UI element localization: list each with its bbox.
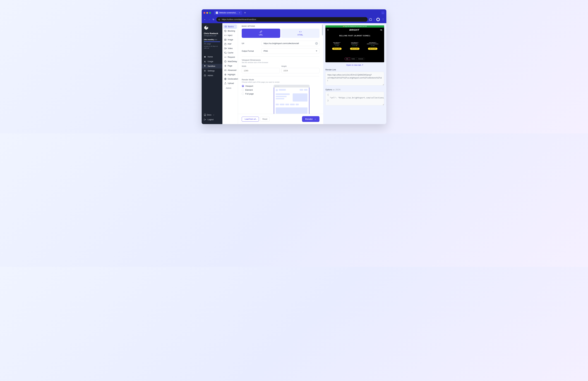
scrollbar[interactable] xyxy=(322,24,323,35)
reload-button[interactable]: ↻ xyxy=(212,18,215,21)
settings-blocking[interactable]: Blocking xyxy=(222,29,238,33)
svg-rect-1 xyxy=(204,75,206,76)
gear-icon xyxy=(204,70,206,72)
user-email: chris@urlbox.com xyxy=(204,35,220,37)
link-icon xyxy=(260,31,262,33)
screenshot-preview: 🚚 Enjoy free shipping when you spend ove… xyxy=(325,25,384,62)
browser-window: ◆ Website screenshot API | Url... × + ⌄ … xyxy=(202,9,386,124)
render-mode-desc: Choose which part of the page you want t… xyxy=(242,81,319,83)
tab-title: Website screenshot API | Url... xyxy=(219,12,238,14)
refresh-icon xyxy=(224,52,227,54)
preview-logo: BRIGHT xyxy=(349,28,359,31)
window-icon xyxy=(225,25,227,28)
svg-rect-8 xyxy=(225,65,226,67)
settings-request[interactable]: Request xyxy=(222,55,238,59)
tab-favicon-icon: ◆ xyxy=(216,12,218,14)
preview-product: THE BRIGHT™FOOTBALL £30£40 ADD TO CART xyxy=(328,42,346,50)
preview-headline: SELLING FAST (ALMOST GONE!) xyxy=(325,32,384,42)
preview-product: THE BRIGHT™AMERICAN FOOTBALL £30£40 ADD … xyxy=(364,42,382,50)
reset-button[interactable]: Reset xyxy=(260,117,270,122)
external-link-icon: ↗ xyxy=(213,114,214,116)
format-select[interactable]: PNG xyxy=(261,48,319,54)
render-button[interactable]: Render → xyxy=(302,116,319,122)
browser-tab[interactable]: ◆ Website screenshot API | Url... × xyxy=(214,11,242,15)
nav-sandbox[interactable]: Sandbox xyxy=(202,64,222,69)
tabs-dropdown-button[interactable]: ⌄ xyxy=(381,11,384,14)
url-label: Url xyxy=(242,42,260,44)
renew-text: renews in 20 days on 13th Jul xyxy=(204,45,220,49)
settings-image[interactable]: Image xyxy=(222,38,238,42)
hamburger-icon: ≡ xyxy=(327,29,329,31)
settings-pdf[interactable]: PDF xyxy=(222,42,238,46)
main-panel: BASIC OPTIONS URL HTML Url × xyxy=(238,23,323,124)
width-input[interactable] xyxy=(242,68,280,73)
preview-banner: 🚚 Enjoy free shipping when you spend ove… xyxy=(325,25,384,28)
radio-fullpage[interactable]: Full page xyxy=(242,93,260,95)
radio-element[interactable]: Element xyxy=(242,89,260,91)
settings-upload[interactable]: Upload xyxy=(222,81,238,85)
settings-wait[interactable]: Wait/Delay xyxy=(222,59,238,64)
nav-settings[interactable]: Settings xyxy=(202,69,222,73)
height-label: Height xyxy=(281,65,320,67)
browser-toolbar: ← → ↻ ◐ https://urlbox.com/dashboard/san… xyxy=(202,16,386,23)
close-window-button[interactable] xyxy=(204,12,205,14)
back-button[interactable]: ← xyxy=(204,18,206,21)
logo xyxy=(202,25,222,32)
open-in-new-tab-link[interactable]: Open in new tab ↗ xyxy=(325,62,384,69)
options-json-output[interactable] xyxy=(325,92,384,105)
minimize-window-button[interactable] xyxy=(206,12,208,14)
settings-page[interactable]: Page xyxy=(222,64,238,68)
close-tab-button[interactable]: × xyxy=(239,12,240,14)
preview-panel: 🚚 Enjoy free shipping when you spend ove… xyxy=(323,23,386,124)
nav-logout[interactable]: Logout xyxy=(202,117,222,122)
nav-usage[interactable]: Usage xyxy=(202,59,222,64)
load-from-url-button[interactable]: Load from url... xyxy=(242,117,259,122)
settings-video[interactable]: Video xyxy=(222,46,238,51)
nav-docs[interactable]: Docs ↗ xyxy=(202,113,222,117)
forward-button[interactable]: → xyxy=(208,18,211,21)
tab-html[interactable]: HTML xyxy=(281,29,320,38)
svg-rect-6 xyxy=(224,48,226,49)
maximize-window-button[interactable] xyxy=(209,12,211,14)
address-bar[interactable]: ◐ https://urlbox.com/dashboard/sandbox xyxy=(216,17,368,22)
chrome-menu-button[interactable]: ⋮ xyxy=(382,18,384,21)
settings-cache[interactable]: Cache xyxy=(222,51,238,55)
extensions-icon[interactable] xyxy=(369,18,372,21)
profile-button[interactable] xyxy=(376,18,380,21)
height-input[interactable] xyxy=(281,68,320,73)
highlight-icon xyxy=(224,74,227,76)
section-title: BASIC OPTIONS xyxy=(242,25,319,27)
settings-geolocation[interactable]: Geolocation xyxy=(222,77,238,81)
svg-point-5 xyxy=(225,39,225,39)
video-icon xyxy=(224,47,227,50)
settings-inject[interactable]: Inject xyxy=(222,33,238,38)
clock-icon xyxy=(224,60,227,63)
preview-product: THE BRIGHT™BASKETBALL £37.50£50 ADD TO C… xyxy=(346,42,364,50)
external-link-icon: ↗ xyxy=(361,64,363,66)
svg-rect-2 xyxy=(225,26,227,27)
url-input[interactable] xyxy=(261,41,319,46)
nav-home[interactable]: Home xyxy=(202,55,222,59)
settings-highlight[interactable]: Highlight xyxy=(222,72,238,77)
render-mode-title: Render Mode xyxy=(242,78,319,81)
home-icon xyxy=(204,56,206,58)
settings-basics[interactable]: Basics xyxy=(223,24,237,29)
tab-url[interactable]: URL xyxy=(242,29,280,38)
plan-name: Ultra monthly xyxy=(204,39,214,40)
new-tab-button[interactable]: + xyxy=(244,11,246,15)
admin-icon xyxy=(204,75,206,76)
settings-admin-link[interactable]: Admin xyxy=(222,85,238,91)
viewport-preview-illustration xyxy=(264,85,319,114)
radio-viewport[interactable]: Viewport xyxy=(242,85,260,87)
traffic-lights xyxy=(204,12,211,14)
clear-url-button[interactable]: × xyxy=(315,42,318,45)
usage-bar xyxy=(204,41,220,42)
settings-advanced[interactable]: Advanced xyxy=(222,68,238,72)
format-label: Output Format xyxy=(242,50,260,52)
globe-icon xyxy=(224,78,227,80)
source-tabs: URL HTML xyxy=(242,29,319,38)
nav-admin[interactable]: Admin xyxy=(202,73,222,78)
render-link-label: Render Link xyxy=(325,69,384,71)
user-name: Chris Roebuck xyxy=(204,32,220,35)
render-link-output[interactable] xyxy=(325,72,384,85)
